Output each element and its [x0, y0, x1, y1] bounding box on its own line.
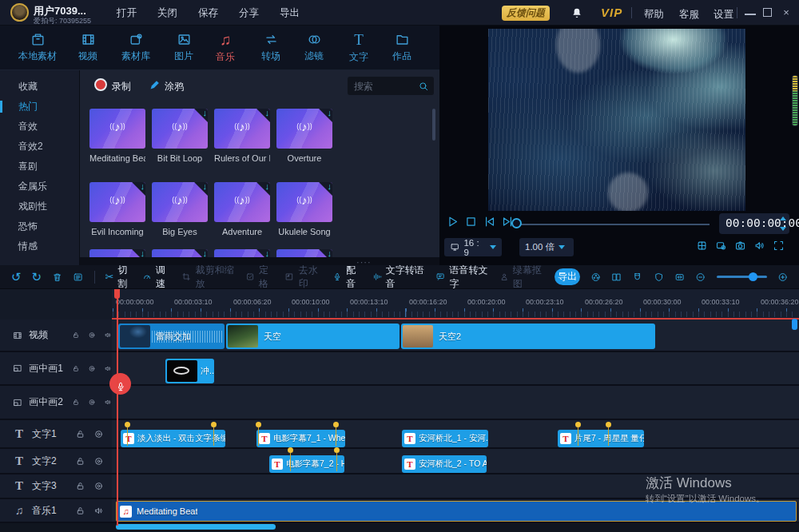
category-horror[interactable]: 恐怖	[0, 216, 80, 236]
download-icon[interactable]: ↓	[328, 182, 332, 191]
download-icon[interactable]: ↓	[265, 249, 270, 258]
export-button[interactable]: 导出	[555, 268, 580, 285]
tool-cut[interactable]: ✂切割	[105, 264, 132, 291]
keyframe-pin[interactable]	[125, 422, 130, 427]
tool-speed[interactable]: 调速	[142, 264, 172, 291]
volume-icon[interactable]	[753, 240, 765, 252]
music-card[interactable]: ♪ ↓ Ukulele Song	[276, 182, 332, 236]
tool-speech-to-text[interactable]: 语音转文字	[435, 264, 489, 291]
doodle-button[interactable]: 涂鸦	[165, 80, 184, 93]
category-hot[interactable]: 热门	[0, 97, 80, 117]
timeline-vertical-scrollbar[interactable]	[792, 319, 797, 330]
menu-open[interactable]: 打开	[117, 6, 137, 20]
clip-text[interactable]: T 安河桥北_1 - 安河...	[402, 430, 488, 447]
tab-local-media[interactable]: 本地素材	[12, 32, 63, 63]
keyframe-reel-icon[interactable]	[590, 271, 601, 284]
music-card[interactable]: ♪ ↓ Rulers of Our L...	[214, 109, 270, 163]
timeline-horizontal-scrollbar[interactable]	[116, 524, 276, 530]
lock-icon[interactable]	[72, 330, 80, 340]
timeline-zoom-slider[interactable]	[717, 276, 767, 278]
support-link[interactable]: 客服	[679, 8, 699, 22]
download-icon[interactable]: ↓	[265, 182, 270, 191]
keyframe-pin[interactable]	[288, 447, 293, 453]
keyframe-pin[interactable]	[575, 422, 581, 427]
maximize-button[interactable]	[763, 8, 772, 17]
track-manager-icon[interactable]	[73, 271, 83, 284]
speaker-icon[interactable]	[93, 506, 104, 516]
search-icon[interactable]	[418, 80, 429, 92]
eye-icon[interactable]	[93, 481, 104, 491]
download-icon[interactable]: ↓	[203, 249, 208, 258]
record-voice-button[interactable]	[109, 373, 131, 395]
lock-icon[interactable]	[72, 363, 80, 374]
stop-button[interactable]	[464, 215, 478, 228]
lock-icon[interactable]	[75, 506, 85, 516]
fit-width-icon[interactable]	[674, 271, 685, 284]
playhead[interactable]	[117, 289, 118, 526]
vip-badge[interactable]: VIP	[601, 6, 622, 19]
keyframe-pin[interactable]	[211, 422, 217, 427]
music-card[interactable]: ♪ ↓ Adventure	[214, 182, 270, 236]
feedback-button[interactable]: 反馈问题	[502, 6, 550, 21]
tool-crop-zoom[interactable]: 裁剪和缩放	[181, 264, 235, 291]
menu-share[interactable]: 分享	[239, 6, 259, 20]
delete-icon[interactable]	[52, 271, 62, 284]
music-card[interactable]: ♪ ↓ Big Eyes	[152, 182, 208, 236]
fullscreen-icon[interactable]	[773, 240, 785, 252]
download-icon[interactable]: ↓	[328, 249, 332, 258]
eye-icon[interactable]	[93, 456, 104, 466]
music-card[interactable]: ♪ ↓ Overture	[276, 109, 332, 163]
tool-remove-watermark[interactable]: 去水印	[284, 264, 322, 291]
keyframe-pin[interactable]	[256, 422, 261, 427]
aspect-ratio-select[interactable]: 16 : 9	[444, 238, 502, 256]
music-card[interactable]: ♪ ↓ Bit Bit Loop	[152, 109, 208, 163]
clip-text[interactable]: T 淡入淡出 - 双击文字条编辑	[121, 430, 225, 447]
clip-video-storm[interactable]: 雷雨交加	[118, 324, 225, 349]
category-sfx[interactable]: 音效	[0, 117, 80, 137]
play-button[interactable]	[446, 215, 459, 228]
close-button[interactable]: ×	[781, 7, 792, 18]
eye-icon[interactable]	[93, 429, 104, 439]
download-icon[interactable]: ↓	[203, 109, 208, 117]
settings-link[interactable]: 设置	[714, 8, 733, 22]
download-icon[interactable]: ↓	[141, 249, 145, 258]
category-sfx2[interactable]: 音效2	[0, 137, 80, 157]
split-screen-icon[interactable]	[696, 240, 708, 252]
timecode-up-spinner[interactable]	[780, 216, 786, 220]
panel-scrollbar[interactable]	[432, 109, 435, 141]
download-icon[interactable]: ↓	[328, 109, 332, 117]
snap-magnet-icon[interactable]	[632, 271, 642, 284]
clip-pip[interactable]: 冲...	[165, 359, 214, 383]
menu-export[interactable]: 导出	[280, 6, 300, 20]
avatar[interactable]	[10, 3, 29, 22]
zoom-slider-handle[interactable]	[749, 272, 757, 281]
speaker-icon[interactable]	[104, 330, 112, 340]
keyframe-pin[interactable]	[606, 422, 611, 427]
lock-icon[interactable]	[75, 456, 85, 466]
split-view-icon[interactable]	[611, 271, 622, 284]
notification-bell-icon[interactable]	[570, 6, 583, 19]
category-emotion[interactable]: 情感	[0, 236, 80, 256]
tool-freeze-frame[interactable]: 定格	[245, 264, 275, 291]
category-favorites[interactable]: 收藏	[0, 77, 80, 97]
timeline-ruler[interactable]: 00:00:00:00 00:00:03:10 00:00:06:20 00:0…	[112, 289, 799, 320]
seek-handle[interactable]	[511, 218, 522, 228]
speaker-icon[interactable]	[104, 363, 112, 374]
speaker-icon[interactable]	[104, 397, 112, 407]
download-icon[interactable]: ↓	[141, 182, 145, 191]
record-button[interactable]: 录制	[112, 80, 131, 93]
clip-text[interactable]: T 片尾7 - 周星星 量仔...	[558, 430, 644, 447]
tab-works[interactable]: 作品	[376, 32, 427, 63]
clip-video-sky2[interactable]: 天空2	[401, 324, 655, 349]
keyframe-pin[interactable]	[333, 422, 339, 427]
undo-icon[interactable]: ↺	[11, 271, 22, 284]
keyframe-pin[interactable]	[334, 447, 340, 453]
zoom-in-icon[interactable]	[777, 271, 788, 284]
tool-green-screen[interactable]: 绿幕抠图	[499, 264, 545, 291]
clip-text[interactable]: T 安河桥北_2 - TO A...	[402, 455, 487, 473]
menu-close[interactable]: 关闭	[157, 6, 177, 20]
eye-icon[interactable]	[88, 363, 96, 374]
tool-text-to-speech[interactable]: 文字转语音	[372, 264, 426, 291]
clip-text[interactable]: T 电影字幕7_1 - Whe...	[256, 430, 345, 447]
category-comedy[interactable]: 喜剧	[0, 157, 80, 177]
